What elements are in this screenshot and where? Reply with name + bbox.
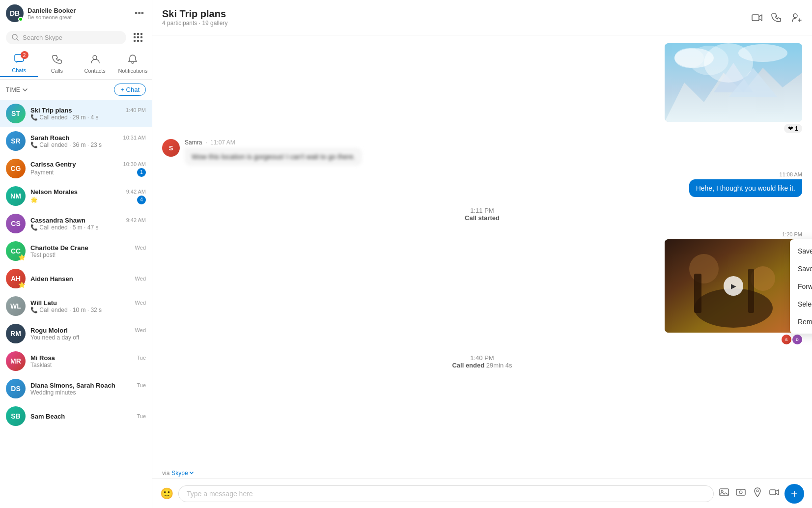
via-skype-bar: via Skype — [152, 468, 812, 479]
svg-point-3 — [93, 56, 97, 59]
sender-avatar: S — [162, 139, 180, 157]
context-forward[interactable]: Forward — [790, 278, 812, 295]
chat-list-item-cassandra-s[interactable]: CSCassandra Shawn9:42 AM📞 Call ended · 5… — [0, 210, 152, 237]
input-bar: 🙂 — [152, 479, 812, 508]
chat-name-diana: Diana Simons, Sarah Roach — [30, 382, 115, 389]
chat-avatar-charlotte: CC⭐ — [6, 241, 26, 261]
context-menu: Save to "Downloads" Save as... Forward S… — [790, 239, 812, 334]
profile-status: Be someone great — [28, 14, 76, 20]
apps-button[interactable] — [130, 29, 146, 45]
video-call-button[interactable] — [751, 12, 763, 24]
chat-name-sarah: Sarah Roach — [30, 134, 69, 141]
chat-list-item-ski-trip[interactable]: STSki Trip plans1:40 PM📞 Call ended · 29… — [0, 100, 152, 127]
tab-chats[interactable]: 2 Chats — [0, 50, 38, 77]
chat-info-cassandra-s: Cassandra Shawn9:42 AM📞 Call ended · 5 m… — [30, 217, 146, 231]
chat-name-nelson: Nelson Morales — [30, 188, 78, 196]
chat-list-item-nelson[interactable]: NMNelson Morales9:42 AM🌟4 — [0, 182, 152, 210]
chat-title: Ski Trip plans — [162, 8, 227, 20]
chat-avatar-nelson: NM — [6, 186, 26, 206]
snow-image[interactable] — [665, 43, 802, 122]
notifications-icon — [127, 54, 138, 67]
chat-list-item-sarah[interactable]: SRSarah Roach10:31 AM📞 Call ended · 36 m… — [0, 127, 152, 155]
chat-list-item-rogu[interactable]: RMRogu MoloriWedYou need a day off — [0, 320, 152, 347]
chat-preview-ski-trip: 📞 Call ended · 29 m · 4 s — [30, 114, 98, 121]
chat-list-item-mi-rosa[interactable]: MRMi RosaTueTasklast — [0, 347, 152, 375]
chat-avatar-aiden: AH⭐ — [6, 269, 26, 288]
chat-preview-diana: Wedding minutes — [30, 389, 76, 396]
calls-icon — [52, 54, 62, 67]
svg-point-10 — [738, 44, 787, 62]
online-indicator — [18, 17, 23, 22]
new-chat-button[interactable]: + Chat — [114, 84, 146, 96]
play-button[interactable]: ▶ — [724, 276, 743, 296]
chat-list-item-carissa[interactable]: CGCarissa Gentry10:30 AMPayment1 — [0, 155, 152, 182]
tab-calls[interactable]: Calls — [38, 51, 76, 77]
sidebar: DB Danielle Booker Be someone great ••• — [0, 0, 152, 508]
svg-line-1 — [17, 39, 18, 40]
add-participant-button[interactable] — [790, 12, 802, 24]
svg-point-5 — [793, 14, 797, 18]
svg-rect-22 — [736, 489, 745, 495]
skype-link[interactable]: Skype — [171, 470, 194, 477]
more-options-button[interactable]: ••• — [133, 6, 146, 21]
context-save-as[interactable]: Save as... — [790, 260, 812, 278]
list-header: TIME + Chat — [0, 80, 152, 100]
message-input[interactable] — [178, 485, 714, 502]
image-attach-button[interactable] — [719, 487, 729, 500]
chat-avatar-diana: DS — [6, 379, 26, 398]
svg-rect-18 — [694, 274, 701, 313]
reaction-heart[interactable]: ❤ 1 — [784, 124, 802, 133]
context-save-downloads[interactable]: Save to "Downloads" — [790, 242, 812, 260]
call-started-indicator: 1:11 PM Call started — [162, 203, 802, 226]
money-button[interactable] — [735, 487, 746, 500]
video-attach-button[interactable] — [769, 487, 780, 500]
chat-list-item-aiden[interactable]: AH⭐Aiden HansenWed — [0, 265, 152, 292]
mini-avatar-2: D — [792, 335, 802, 344]
audio-call-button[interactable] — [771, 12, 783, 24]
chat-name-charlotte: Charlotte De Crane — [30, 244, 88, 252]
chat-preview-cassandra-s: 📞 Call ended · 5 m · 47 s — [30, 224, 98, 231]
message-text-blurred: Wow this location is gorgeous! I can't w… — [185, 148, 362, 166]
nav-tabs: 2 Chats Calls Contacts — [0, 48, 152, 80]
time-sort-button[interactable]: TIME — [6, 86, 28, 93]
chat-header-left: Ski Trip plans 4 participants · 19 galle… — [162, 8, 227, 27]
chat-time-aiden: Wed — [135, 276, 146, 282]
search-input[interactable] — [23, 34, 120, 41]
location-button[interactable] — [752, 487, 763, 500]
context-remove[interactable]: Remove — [790, 313, 812, 331]
chat-list-item-charlotte[interactable]: CC⭐Charlotte De CraneWedTest post! — [0, 237, 152, 265]
tab-contacts[interactable]: Contacts — [76, 51, 114, 77]
chat-info-charlotte: Charlotte De CraneWedTest post! — [30, 244, 146, 258]
svg-point-15 — [689, 254, 719, 283]
chat-list-item-sam[interactable]: SBSam BeachTue — [0, 402, 152, 430]
chat-avatar-carissa: CG — [6, 159, 26, 178]
chat-time-cassandra-s: 9:42 AM — [126, 217, 146, 223]
profile-info: Danielle Booker Be someone great — [28, 7, 76, 20]
chat-info-carissa: Carissa Gentry10:30 AMPayment1 — [30, 161, 146, 177]
chat-info-sarah: Sarah Roach10:31 AM📞 Call ended · 36 m ·… — [30, 134, 146, 148]
chat-list: STSki Trip plans1:40 PM📞 Call ended · 29… — [0, 100, 152, 508]
svg-rect-20 — [720, 489, 728, 496]
outgoing-message-container: 11:08 AM Hehe, I thought you would like … — [162, 171, 802, 197]
svg-point-16 — [751, 266, 775, 291]
message-time: 11:08 AM — [780, 171, 802, 177]
emoji-button[interactable]: 🙂 — [160, 487, 173, 500]
chat-time-will: Wed — [135, 300, 146, 306]
search-bar — [0, 27, 152, 48]
chat-info-will: Will LatuWed📞 Call ended · 10 m · 32 s — [30, 299, 146, 313]
chat-info-aiden: Aiden HansenWed — [30, 275, 146, 282]
chat-preview-sarah: 📞 Call ended · 36 m · 23 s — [30, 141, 102, 148]
tab-notifications[interactable]: Notifications — [114, 51, 152, 77]
video-thumbnail[interactable]: ▶ — [665, 239, 802, 333]
reaction-bar: ❤ 1 — [784, 124, 802, 133]
chat-time-diana: Tue — [137, 382, 146, 388]
chat-list-item-diana[interactable]: DSDiana Simons, Sarah RoachTueWedding mi… — [0, 375, 152, 402]
chat-list-item-will[interactable]: WLWill LatuWed📞 Call ended · 10 m · 32 s — [0, 292, 152, 320]
chat-avatar-rogu: RM — [6, 324, 26, 343]
add-button[interactable]: + — [784, 484, 804, 504]
context-select-messages[interactable]: Select Messages — [790, 295, 812, 313]
chat-header-actions — [751, 12, 802, 24]
svg-point-24 — [756, 490, 758, 492]
chat-header: Ski Trip plans 4 participants · 19 galle… — [152, 0, 812, 35]
user-avatar-wrapper[interactable]: DB — [6, 4, 24, 22]
